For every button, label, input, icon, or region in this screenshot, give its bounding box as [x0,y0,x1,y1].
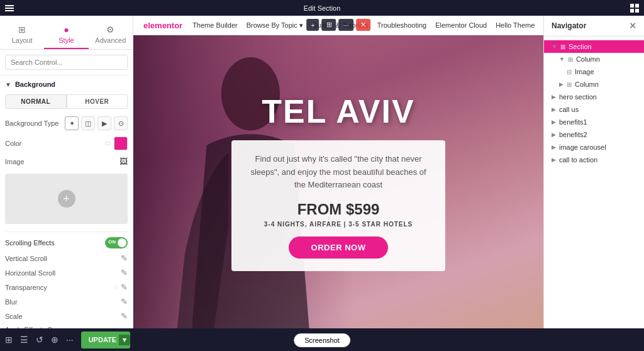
transparency-row: Transparency ○ ✎ [5,282,128,292]
background-type-label: Background Type [5,120,65,127]
blur-edit-icon[interactable]: ✎ [121,297,128,306]
canvas-add-btn[interactable]: + [306,19,319,31]
nav-item-image[interactable]: ⊟ Image [544,65,644,78]
hero-subtitle: 3-4 NIGHTS, AIRFARE | 3-5 STAR HOTELS [250,221,426,228]
responsive-icon[interactable]: ☰ [20,335,28,345]
navigator-title: Navigator [552,21,586,30]
history-icon[interactable]: ↺ [36,335,43,345]
image-label: Image [5,158,116,165]
nav-item-benefits2[interactable]: ▶ benefits2 [544,128,644,141]
scale-label: Scale [5,313,23,320]
search-input[interactable] [5,55,128,70]
color-controls [105,136,128,150]
style-icon: ● [64,25,69,35]
column2-grid-icon: ⊞ [567,81,572,88]
bg-slideshow-btn[interactable]: ⊙ [114,116,128,130]
nav-item-call-to-action[interactable]: ▶ call to action [544,153,644,166]
nav-section-label: Section [569,43,592,50]
update-label: UPDATE [89,336,116,343]
canvas-area: + ⊞ ··· ✕ elementor Theme Builder Browse… [133,16,543,328]
transparency-edit-icon[interactable]: ✎ [121,282,128,292]
horizontal-scroll-label: Horizontal Scroll [5,269,55,277]
bg-type-controls: ✦ ◫ ▶ ⊙ [65,116,128,130]
hover-tab[interactable]: HOVER [67,94,128,109]
nav-item-section[interactable]: ▼ ⊞ Section [544,40,644,53]
scrolling-effects-toggle[interactable]: ON [105,237,128,248]
image-placeholder[interactable]: + [5,174,128,224]
image-nav-icon: ⊟ [567,69,572,75]
nav-item-column1[interactable]: ▼ ⊞ Column [544,53,644,65]
benefits2-arrow-icon: ▶ [552,131,556,138]
canvas-close-btn[interactable]: ✕ [356,19,370,31]
search-bar [0,50,133,75]
navigator-close-btn[interactable]: ✕ [629,21,636,31]
nav-theme-builder[interactable]: Theme Builder [192,21,238,30]
order-now-button[interactable]: ORDER NOW [289,237,389,259]
background-header[interactable]: ▼ Background [5,81,128,88]
nav-hero-section-label: hero section [559,93,597,101]
nav-image-label: Image [575,68,594,75]
hero-title: TEL AVIV [262,92,414,130]
nav-item-benefits1[interactable]: ▶ benefits1 [544,116,644,128]
nav-cloud[interactable]: Elementor Cloud [435,21,487,30]
top-bar: Edit Section [0,0,644,16]
color-picker-btn[interactable] [114,136,128,150]
scale-edit-icon[interactable]: ✎ [121,311,128,321]
normal-tab[interactable]: NORMAL [5,94,67,109]
bottom-bar: ⊞ ☰ ↺ ⊕ ··· UPDATE ▾ Screenshot [0,328,644,351]
transparency-circle-icon: ○ [113,282,118,292]
cta-arrow-icon: ▶ [552,157,556,163]
left-panel: ⊞ Layout ● Style ⚙ Advanced ▼ Background… [0,16,133,328]
more-icon[interactable]: ··· [66,335,74,345]
normal-hover-tabs: NORMAL HOVER [5,94,128,109]
image-section: Image 🖼 [5,157,128,166]
bg-gradient-btn[interactable]: ◫ [81,116,95,130]
apps-grid-icon[interactable] [630,4,639,13]
layout-icon: ⊞ [18,25,26,35]
hamburger-icon[interactable] [5,5,14,11]
hero-section: TEL AVIV Find out just why it's called "… [133,35,543,328]
bg-video-btn[interactable]: ▶ [97,116,111,130]
scrolling-effects-row: Scrolling Effects ON [5,237,128,248]
blur-label: Blur [5,298,18,306]
navigator-tree: ▼ ⊞ Section ▼ ⊞ Column ⊟ Image ▶ ⊞ Colum… [544,36,644,328]
section-grid-icon: ⊞ [560,43,565,50]
nav-item-column2[interactable]: ▶ ⊞ Column [544,78,644,91]
nav-column2-label: Column [575,81,599,88]
nav-callus-label: call us [559,106,579,113]
color-label: Color [5,140,105,147]
tab-advanced[interactable]: ⚙ Advanced [89,21,133,49]
page-preview: elementor Theme Builder Browse By Topic … [133,16,543,328]
horizontal-scroll-edit-icon[interactable]: ✎ [121,268,128,277]
nav-hello-theme[interactable]: Hello Theme [496,21,535,30]
vertical-scroll-edit-icon[interactable]: ✎ [121,254,128,263]
nav-item-image-carousel[interactable]: ▶ image carousel [544,141,644,153]
divider-1 [5,231,128,232]
tab-advanced-label: Advanced [95,36,126,44]
tab-style[interactable]: ● Style [44,21,88,49]
vertical-scroll-row: Vertical Scroll ✎ [5,254,128,263]
nav-item-call-us[interactable]: ▶ call us [544,103,644,116]
canvas-more-btn[interactable]: ··· [339,19,353,31]
update-button[interactable]: UPDATE ▾ [81,332,130,348]
tab-layout[interactable]: ⊞ Layout [0,21,44,49]
color-row: Color [5,136,128,150]
nav-browse-topic[interactable]: Browse By Topic ▾ [247,21,303,30]
nav-troubleshooting[interactable]: Troubleshooting [377,21,426,30]
update-dropdown-icon[interactable]: ▾ [119,335,130,345]
column1-grid-icon: ⊞ [568,56,573,63]
hero-arrow-icon: ▶ [552,94,556,100]
color-hex-value[interactable] [105,142,111,145]
settings-icon[interactable]: ⊞ [5,335,13,345]
screenshot-button[interactable]: Screenshot [294,333,350,347]
scrolling-effects-label: Scrolling Effects [5,239,55,247]
canvas-grid-btn[interactable]: ⊞ [322,19,336,31]
benefits1-arrow-icon: ▶ [552,119,556,125]
collapse-arrow: ▼ [5,81,11,88]
nav-item-hero-section[interactable]: ▶ hero section [544,91,644,103]
nav-benefits2-label: benefits2 [559,131,587,138]
search-bottom-icon[interactable]: ⊕ [51,335,58,345]
column1-arrow-icon: ▼ [559,56,565,62]
nav-benefits1-label: benefits1 [559,118,587,126]
bg-color-btn[interactable]: ✦ [65,116,79,130]
